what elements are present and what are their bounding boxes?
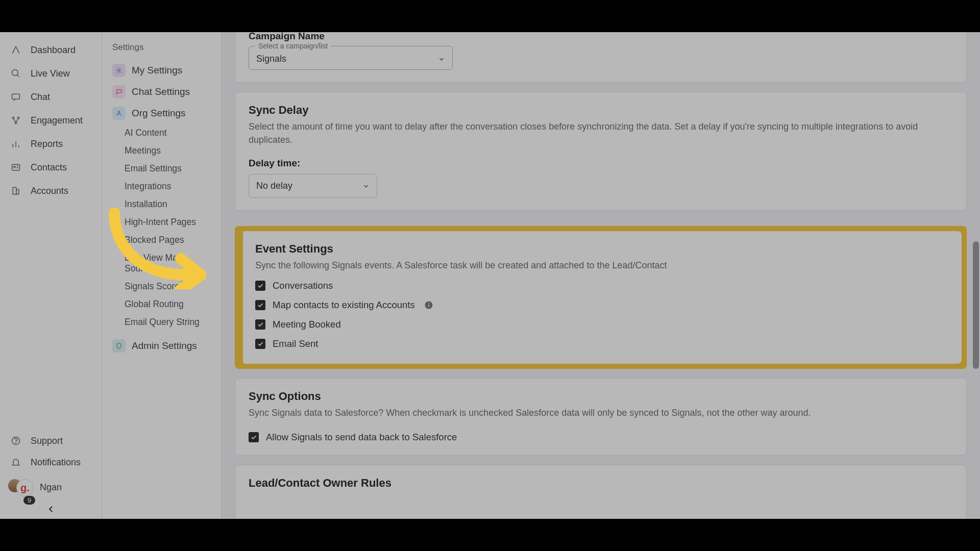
nav-admin-settings[interactable]: Admin Settings <box>102 335 221 357</box>
notification-count-badge: 9 <box>23 496 35 505</box>
nav-label: Live View <box>31 68 70 79</box>
nav-notifications[interactable]: Notifications <box>0 452 102 473</box>
building-icon <box>10 185 21 196</box>
chevron-down-icon <box>362 183 370 190</box>
svg-rect-1 <box>12 94 20 99</box>
cat-label: Admin Settings <box>132 340 197 352</box>
subnav-installation[interactable]: Installation <box>102 195 221 213</box>
event-label: Meeting Booked <box>273 319 341 330</box>
svg-rect-8 <box>16 190 19 194</box>
sub-label: High-Intent Pages <box>125 217 196 227</box>
bar-chart-icon <box>10 138 21 149</box>
chat-bubble-icon <box>112 85 126 98</box>
event-label: Map contacts to existing Accounts <box>273 299 415 311</box>
sub-label: Email Query String <box>125 317 200 327</box>
campaign-value: Signals <box>256 54 286 64</box>
checkbox-email-sent[interactable] <box>255 339 265 349</box>
lead-owner-title: Lead/Contact Owner Rules <box>249 477 953 490</box>
campaign-card: Campaign Name Select a campaign/list Sig… <box>235 32 967 83</box>
checkbox-allow-send-back[interactable] <box>249 432 259 442</box>
user-menu[interactable]: g. 9 Ngan <box>0 473 102 502</box>
user-name: Ngan <box>40 482 62 493</box>
collapse-nav-button[interactable] <box>0 502 102 519</box>
sync-delay-title: Sync Delay <box>249 104 953 117</box>
nav-reports[interactable]: Reports <box>0 132 102 156</box>
subnav-signals-score[interactable]: Signals Score• <box>102 278 221 295</box>
cat-label: Chat Settings <box>132 86 190 97</box>
nav-label: Reports <box>31 139 63 149</box>
delay-value: No delay <box>256 181 292 191</box>
nav-my-settings[interactable]: My Settings <box>102 60 221 81</box>
campaign-name-label: Campaign Name <box>249 32 953 42</box>
shield-user-icon <box>112 339 126 353</box>
svg-point-3 <box>17 117 19 118</box>
campaign-float-label: Select a campaign/list <box>255 42 331 50</box>
campaign-select[interactable]: Select a campaign/list Signals <box>249 46 453 70</box>
nav-live-view[interactable]: Live View <box>0 62 102 85</box>
checkbox-meeting-booked[interactable] <box>255 319 265 330</box>
checkbox-conversations[interactable] <box>255 281 265 291</box>
sync-options-row: Allow Signals to send data back to Sales… <box>249 432 953 443</box>
svg-point-0 <box>12 70 18 76</box>
avatar-initial: g. <box>20 482 30 494</box>
sub-label: Installation <box>125 199 167 209</box>
main-panel: Campaign Name Select a campaign/list Sig… <box>222 32 980 519</box>
app-viewport: Dashboard Live View Chat Engagement Repo… <box>0 32 980 519</box>
nav-label: Chat <box>31 92 50 103</box>
avatar-org: g. <box>16 479 34 496</box>
subnav-integrations[interactable]: Integrations <box>102 178 221 195</box>
nav-chat-settings[interactable]: Chat Settings <box>102 81 221 103</box>
cat-label: My Settings <box>132 65 182 76</box>
sub-label: AI Content <box>125 128 167 138</box>
sync-check-label: Allow Signals to send data back to Sales… <box>266 432 457 443</box>
delay-time-select[interactable]: No delay <box>249 174 377 198</box>
sub-label: Blocked Pages <box>125 235 184 245</box>
globe-search-icon <box>10 68 21 79</box>
subnav-ai-content[interactable]: AI Content <box>102 124 221 142</box>
subnav-high-intent[interactable]: High-Intent Pages <box>102 213 221 231</box>
primary-nav: Dashboard Live View Chat Engagement Repo… <box>0 32 102 519</box>
svg-point-2 <box>12 117 14 118</box>
subnav-email-settings[interactable]: Email Settings <box>102 160 221 178</box>
help-icon <box>10 435 21 446</box>
event-settings-desc: Sync the following Signals events. A Sal… <box>255 259 949 272</box>
svg-rect-7 <box>13 187 16 194</box>
svg-rect-14 <box>428 305 429 307</box>
svg-point-11 <box>118 69 120 71</box>
settings-header: Settings <box>102 39 221 60</box>
cat-label: Org Settings <box>132 108 186 119</box>
event-label: Conversations <box>273 280 333 291</box>
scrollbar-thumb[interactable] <box>973 241 979 369</box>
nav-accounts[interactable]: Accounts <box>0 179 102 203</box>
svg-point-4 <box>15 122 16 123</box>
nav-label: Engagement <box>31 115 83 126</box>
subnav-global-routing[interactable]: Global Routing <box>102 295 221 313</box>
delay-time-label: Delay time: <box>249 158 953 169</box>
subnav-blocked-pages[interactable]: Blocked Pages <box>102 231 221 249</box>
settings-nav: Settings My Settings Chat Settings Org S… <box>102 32 222 519</box>
checkbox-map-contacts[interactable] <box>255 300 265 310</box>
nav-engagement[interactable]: Engagement <box>0 109 102 132</box>
event-settings-highlight: Event Settings Sync the following Signal… <box>235 226 967 369</box>
svg-rect-5 <box>12 164 20 170</box>
nav-dashboard[interactable]: Dashboard <box>0 38 102 62</box>
logo-icon <box>10 44 21 56</box>
nav-chat[interactable]: Chat <box>0 85 102 109</box>
sync-options-card: Sync Options Sync Signals data to Salesf… <box>235 378 967 456</box>
event-settings-card: Event Settings Sync the following Signal… <box>240 231 962 364</box>
subnav-live-view-sounds[interactable]: Live View Map Sounds <box>102 249 221 278</box>
sub-label: Integrations <box>125 181 171 191</box>
sub-label: Global Routing <box>125 299 184 309</box>
nav-contacts[interactable]: Contacts <box>0 156 102 179</box>
event-label: Email Sent <box>273 338 318 349</box>
info-icon[interactable] <box>424 300 433 310</box>
subnav-email-query[interactable]: Email Query String <box>102 313 221 331</box>
nav-org-settings[interactable]: Org Settings <box>102 103 221 124</box>
nav-support[interactable]: Support <box>0 430 102 452</box>
person-icon <box>112 107 126 120</box>
sub-label: Signals Score <box>125 281 180 291</box>
subnav-meetings[interactable]: Meetings <box>102 142 221 160</box>
avatar-stack: g. <box>7 478 31 496</box>
letterbox-top <box>0 0 980 32</box>
gear-icon <box>112 64 126 77</box>
